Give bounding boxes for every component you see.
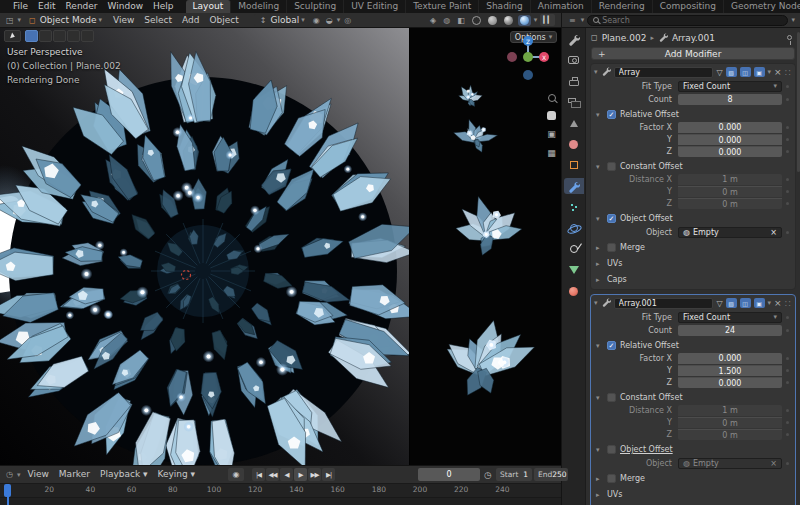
- collapse-icon[interactable]: ▾: [596, 163, 603, 171]
- workspace-tab-geometry-nodes[interactable]: Geometry Nodes: [724, 0, 800, 13]
- display-editmode-icon[interactable]: ▧: [726, 67, 737, 77]
- constant-offset-checkbox[interactable]: [607, 393, 616, 402]
- workspace-tab-texture-paint[interactable]: Texture Paint: [406, 0, 479, 13]
- pin-id-icon[interactable]: [787, 35, 792, 40]
- viewport-menu-select[interactable]: Select: [139, 15, 177, 25]
- outliner-editor-chevron-icon[interactable]: ▾: [581, 16, 585, 24]
- expand-icon[interactable]: ▸: [596, 491, 603, 499]
- shading-wireframe-button[interactable]: [470, 15, 483, 26]
- camera-view-icon[interactable]: ▣: [547, 129, 556, 139]
- editor-type-chevron-icon[interactable]: ▾: [18, 16, 22, 24]
- collapse-icon[interactable]: ▾: [596, 111, 603, 119]
- snap-settings-chevron-icon[interactable]: ▾: [337, 16, 341, 24]
- menu-file[interactable]: File: [8, 1, 33, 11]
- active-tool-select-box-button[interactable]: [4, 30, 21, 42]
- workspace-tab-shading[interactable]: Shading: [479, 0, 531, 13]
- outliner-search[interactable]: [587, 15, 788, 26]
- factor-y-field[interactable]: 1.500: [678, 365, 782, 376]
- uvs-panel-header[interactable]: ▸UVs: [594, 488, 792, 501]
- distance-z-field[interactable]: 0 m: [678, 429, 782, 440]
- drag-handle[interactable]: ::: [785, 68, 792, 77]
- navigation-gizmo[interactable]: Z X: [507, 36, 549, 88]
- outliner-editor-icon[interactable]: ≡: [567, 16, 578, 25]
- collapse-modifier-icon[interactable]: ▾: [594, 299, 598, 307]
- select-invert-mode-button[interactable]: [67, 30, 80, 42]
- breadcrumb-modifier[interactable]: Array.001: [672, 33, 715, 43]
- distance-y-field[interactable]: 0 m: [678, 186, 782, 197]
- constant-offset-panel-header[interactable]: ▾Constant Offset: [594, 160, 792, 173]
- modifier-name-field[interactable]: [614, 298, 714, 309]
- next-keyframe-button[interactable]: ▶▶: [308, 468, 321, 481]
- menu-render[interactable]: Render: [61, 1, 103, 11]
- factor-z-field[interactable]: 0.000: [678, 146, 782, 157]
- expand-icon[interactable]: ▸: [596, 260, 603, 268]
- select-subtract-mode-button[interactable]: [53, 30, 66, 42]
- display-render-icon[interactable]: ▣: [754, 67, 765, 77]
- x-axis-ball[interactable]: X: [539, 52, 549, 62]
- timeline-menu-view[interactable]: View: [23, 468, 54, 481]
- factor-x-field[interactable]: 0.000: [678, 353, 782, 364]
- collapse-modifier-icon[interactable]: ▾: [594, 68, 598, 76]
- relative-offset-checkbox[interactable]: ✓: [607, 341, 616, 350]
- z-neg-axis-ball[interactable]: [523, 70, 533, 80]
- prev-keyframe-button[interactable]: ◀◀: [266, 468, 279, 481]
- shading-settings-chevron-icon[interactable]: ▾: [534, 16, 538, 24]
- count-field[interactable]: 8: [678, 94, 782, 105]
- delete-modifier-icon[interactable]: ×: [774, 298, 782, 308]
- caps-panel-header[interactable]: ▸Caps: [594, 273, 792, 286]
- offset-object-field[interactable]: ◍Empty×: [678, 227, 782, 238]
- zoom-icon[interactable]: [548, 94, 556, 102]
- workspace-tab-rendering[interactable]: Rendering: [592, 0, 653, 13]
- merge-panel-header[interactable]: ▸Merge: [594, 472, 792, 485]
- modifier-name-field[interactable]: [614, 67, 714, 78]
- constant-offset-checkbox[interactable]: [607, 162, 616, 171]
- delete-modifier-icon[interactable]: ×: [774, 67, 782, 77]
- drag-handle[interactable]: ::: [785, 299, 792, 308]
- merge-checkbox[interactable]: [607, 243, 616, 252]
- transform-orientation-dropdown[interactable]: ↕ Global ▾: [254, 14, 309, 26]
- properties-tab-view-layer[interactable]: [564, 94, 584, 110]
- timeline-tracks[interactable]: [0, 497, 561, 505]
- offset-object-field[interactable]: ◍Empty×: [678, 458, 782, 469]
- constant-offset-panel-header[interactable]: ▾Constant Offset: [594, 391, 792, 404]
- count-field[interactable]: 24: [678, 325, 782, 336]
- current-frame-field[interactable]: 0: [418, 468, 480, 481]
- relative-offset-panel-header[interactable]: ▾✓Relative Offset: [594, 339, 792, 352]
- clear-object-icon[interactable]: ×: [770, 228, 777, 237]
- distance-x-field[interactable]: 1 m: [678, 174, 782, 185]
- collapse-icon[interactable]: ▾: [596, 342, 603, 350]
- timeline-menu-playback[interactable]: Playback ▾: [95, 468, 153, 481]
- properties-tab-object-data[interactable]: [564, 262, 584, 278]
- viewport-menu-object[interactable]: Object: [205, 15, 244, 25]
- jump-to-end-button[interactable]: ▶|: [322, 468, 335, 481]
- menu-edit[interactable]: Edit: [33, 1, 60, 11]
- menu-help[interactable]: Help: [148, 1, 179, 11]
- workspace-tab-layout[interactable]: Layout: [186, 0, 232, 13]
- display-realtime-icon[interactable]: ◫: [740, 67, 751, 77]
- viewport-3d-secondary[interactable]: Options ▾ Z X ▣ ▦: [409, 28, 561, 465]
- shading-rendered-button[interactable]: [518, 15, 531, 26]
- show-gizmos-icon[interactable]: ◈: [428, 16, 438, 25]
- display-render-icon[interactable]: ▣: [754, 298, 765, 308]
- snap-magnet-icon[interactable]: ◒: [324, 16, 335, 25]
- shading-material-button[interactable]: [502, 15, 515, 26]
- display-editmode-icon[interactable]: ▧: [726, 298, 737, 308]
- add-modifier-button[interactable]: + Add Modifier: [591, 47, 795, 60]
- properties-tab-output[interactable]: [564, 73, 584, 89]
- timeline-ruler[interactable]: 20406080100120140160180200220240: [0, 483, 561, 497]
- properties-tab-tool[interactable]: [564, 31, 584, 47]
- fit-type-dropdown[interactable]: Fixed Count▾: [678, 312, 782, 323]
- outliner-filter-chevron-icon[interactable]: ▾: [791, 16, 795, 24]
- workspace-tab-uv-editing[interactable]: UV Editing: [344, 0, 406, 13]
- uvs-panel-header[interactable]: ▸UVs: [594, 257, 792, 270]
- clear-object-icon[interactable]: ×: [770, 459, 777, 468]
- properties-tab-scene[interactable]: [564, 115, 584, 131]
- merge-panel-header[interactable]: ▸Merge: [594, 241, 792, 254]
- toggle-perspective-grid-icon[interactable]: ▦: [547, 148, 556, 158]
- properties-tab-constraints[interactable]: [564, 241, 584, 257]
- proportional-editing-icon[interactable]: ◎: [342, 16, 353, 25]
- breadcrumb-object[interactable]: Plane.002: [602, 33, 647, 43]
- viewport-3d-main[interactable]: User Perspective (0) Collection | Plane.…: [0, 28, 409, 465]
- pan-hand-icon[interactable]: [547, 111, 556, 120]
- shading-solid-button[interactable]: [486, 15, 499, 26]
